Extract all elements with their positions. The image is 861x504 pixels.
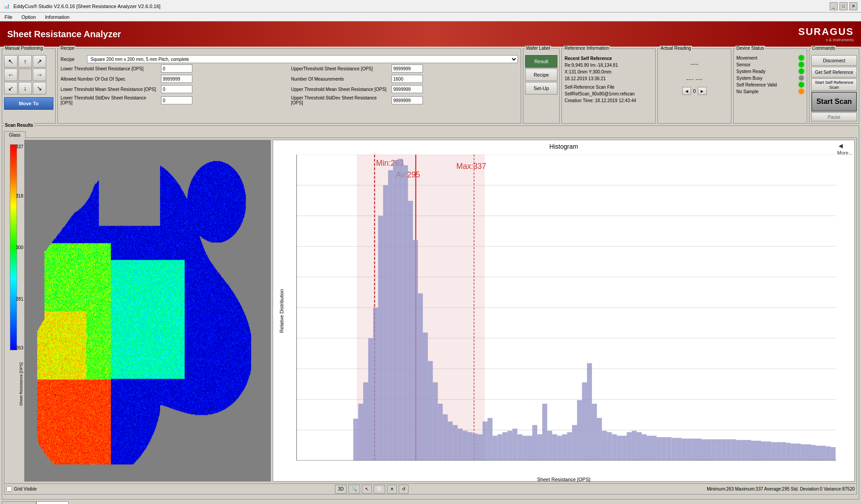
disconnect-button[interactable]: Disconnect (811, 55, 857, 66)
status-sensor-label: Sensor (736, 62, 751, 67)
status-self-ref-valid-dot (799, 82, 804, 87)
glass-tab[interactable]: Glass (4, 131, 26, 138)
close-button[interactable]: ✕ (849, 2, 857, 10)
svg-rect-21 (368, 338, 373, 461)
arrow-ne-button[interactable]: ↗ (33, 55, 46, 68)
reading-nav-prev[interactable]: ◄ (682, 87, 691, 95)
svg-rect-49 (508, 431, 513, 461)
reading-nav-value: 0 (693, 88, 696, 94)
recipe-field-label-0: Lower Threshold Sheet Resistance [OPS] (61, 66, 159, 71)
arrow-nw-button[interactable]: ↖ (4, 55, 17, 68)
svg-rect-22 (373, 308, 378, 461)
colorbar-max: 337 (16, 144, 23, 149)
svg-rect-110 (811, 445, 816, 461)
svg-rect-18 (353, 418, 358, 461)
start-scan-button[interactable]: Start Scan (811, 92, 857, 112)
svg-rect-33 (428, 361, 433, 461)
recipe-field-input-0[interactable] (161, 65, 192, 73)
histogram-title: Histogram (273, 140, 854, 153)
svg-rect-51 (517, 434, 522, 461)
colorbar-y-label: Sheet Resistance [OPS] (19, 352, 23, 406)
arrow-e-button[interactable]: → (33, 69, 46, 81)
arrow-se-button[interactable]: ↘ (33, 82, 46, 95)
pause-button[interactable]: Pause (811, 112, 857, 121)
svg-rect-45 (487, 418, 492, 461)
svg-rect-36 (443, 414, 448, 461)
map-tool-select[interactable]: ⬜ (374, 485, 385, 494)
recipe-field-input-5[interactable] (391, 85, 423, 93)
recipe-field-input-1[interactable] (391, 65, 423, 73)
arrow-center-button[interactable] (18, 69, 32, 81)
ref-creation-time: Creation Time: 18.12.2019 12:43:44 (565, 97, 652, 104)
wafer-result-button[interactable]: Result (525, 55, 557, 68)
svg-text:Max:337: Max:337 (456, 162, 486, 171)
recipe-field-input-2[interactable] (161, 75, 192, 83)
arrow-sw-button[interactable]: ↙ (4, 82, 17, 95)
map-tool-zoom[interactable]: 🔍 (348, 485, 360, 494)
arrow-n-button[interactable]: ↑ (18, 55, 32, 68)
tab-histogram[interactable]: Histogram (36, 501, 69, 504)
recipe-field-input-7[interactable] (391, 96, 423, 104)
menu-option[interactable]: Option (20, 13, 38, 21)
wafer-setup-button[interactable]: Set-Up (525, 82, 557, 95)
map-tool-reset[interactable]: ↺ (399, 485, 409, 494)
map-tool-3d[interactable]: 3D (335, 485, 347, 494)
recipe-field-7: Upper Threshold StdDev Sheet Resistance … (291, 95, 518, 105)
recipe-field-input-3[interactable] (391, 75, 423, 83)
histogram-x-axis-label: Sheet Resistance [OPS] (273, 477, 854, 482)
title-bar-controls[interactable]: _ □ ✕ (830, 2, 857, 10)
map-tool-arrow[interactable]: ↖ (362, 485, 372, 494)
svg-rect-90 (711, 439, 716, 461)
recipe-field-6: Lower Threshold StdDev Sheet Resistance … (61, 95, 287, 105)
svg-rect-87 (696, 439, 701, 461)
status-row-system-ready: System Ready (736, 69, 804, 74)
recipe-field-label-5: Upper Threshold Mean Sheet Resistance [O… (291, 87, 390, 92)
self-ref-file-label: Self-Reference Scan File (565, 84, 652, 90)
wafer-label-title: Wafer Label (525, 46, 551, 51)
recipe-field-label-4: Lower Threshold Mean Sheet Resistance [O… (61, 87, 159, 92)
svg-rect-58 (552, 434, 557, 461)
recipe-field-input-4[interactable] (161, 85, 192, 93)
actual-reading-dash1: --- (661, 55, 728, 73)
main-content: Manual Positioning ↖ ↑ ↗ ← → ↙ ↓ ↘ Move … (0, 47, 861, 504)
svg-rect-78 (652, 436, 657, 461)
svg-rect-79 (657, 437, 661, 461)
arrow-s-button[interactable]: ↓ (18, 82, 32, 95)
svg-rect-75 (637, 432, 642, 461)
svg-rect-40 (463, 431, 468, 461)
reading-nav-next[interactable]: ► (698, 87, 707, 95)
grid-visible-label: Grid Visible (14, 487, 37, 491)
status-row-system-busy: System Busy (736, 75, 804, 81)
svg-rect-62 (572, 425, 577, 461)
recipe-field-input-6[interactable] (161, 96, 192, 104)
recipe-dropdown[interactable]: Square 200 mm x 200 mm, 5 mm Pitch, comp… (87, 55, 518, 63)
maximize-button[interactable]: □ (839, 2, 848, 10)
menu-file[interactable]: File (3, 13, 14, 21)
svg-rect-46 (492, 436, 497, 461)
arrow-w-button[interactable]: ← (4, 69, 17, 81)
tab-line-profile[interactable]: Line Profile (2, 501, 36, 504)
recipe-field-label-1: UpperThreshold Sheet Resistance [OPS] (291, 66, 390, 71)
map-tool-clear[interactable]: ✕ (387, 485, 397, 494)
get-self-ref-button[interactable]: Get Self Reference (811, 67, 857, 78)
ref-re: Re:9,945.90 Im:-18,134.81 (565, 62, 652, 69)
recipe-label: Recipe (61, 57, 85, 62)
title-bar-text: EddyCus® Studio V2.6.0.16 [Sheet Resista… (13, 4, 161, 9)
menu-information[interactable]: Information (43, 13, 71, 21)
minimize-button[interactable]: _ (830, 2, 838, 10)
move-to-button[interactable]: Move To (4, 97, 53, 110)
svg-rect-37 (448, 422, 452, 461)
svg-rect-47 (497, 434, 502, 461)
reference-info-content: Recent Self Reference Re:9,945.90 Im:-18… (565, 55, 652, 104)
start-self-ref-button[interactable]: Start Self Reference Scan (811, 78, 857, 91)
suragus-logo-container: SURAGUS s & Instruments (798, 26, 854, 42)
menu-bar: File Option Information (0, 13, 861, 22)
recipe-field-4: Lower Threshold Mean Sheet Resistance [O… (61, 85, 287, 93)
device-status-label: Device Status (735, 46, 765, 51)
status-no-sample-label: No Sample (736, 89, 758, 94)
svg-rect-86 (691, 439, 696, 461)
wafer-recipe-button[interactable]: Recipe (525, 69, 557, 81)
grid-visible-checkbox[interactable] (6, 486, 12, 492)
histogram-y-axis-label: Relative Distribution (279, 289, 284, 333)
colorbar-min: 263 (16, 345, 23, 350)
